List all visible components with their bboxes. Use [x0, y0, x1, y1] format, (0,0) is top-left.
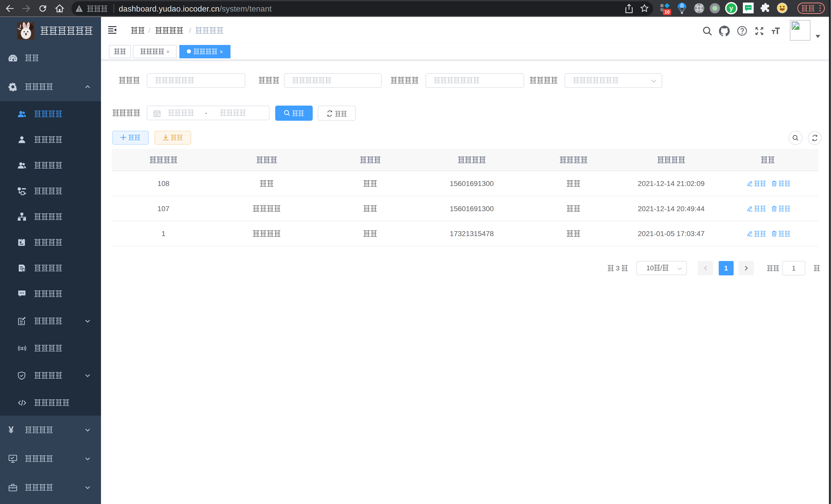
svg-text:y: y — [729, 4, 733, 12]
